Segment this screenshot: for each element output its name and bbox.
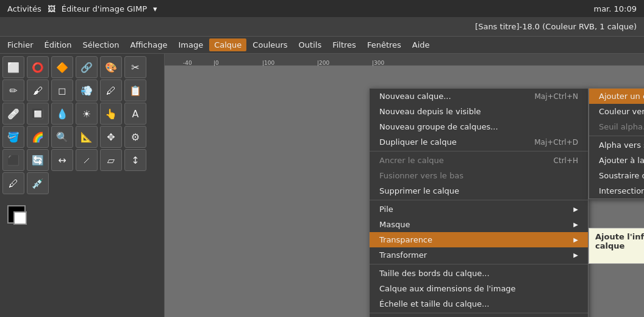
tool-align[interactable]: ⚙ — [124, 126, 146, 148]
tool-blur[interactable]: 💧 — [51, 103, 73, 125]
tool-rect-select[interactable]: ⬜ — [2, 56, 24, 78]
tool-free-select[interactable]: 🔶 — [51, 56, 73, 78]
tool-dodge-burn[interactable]: ☀ — [76, 103, 98, 125]
tool-crop[interactable]: ⬛ — [2, 149, 24, 171]
menu-rogner-selection[interactable]: Rogner selon la sélection — [370, 315, 588, 317]
app-menu-arrow[interactable]: ▾ — [153, 4, 157, 13]
tool-paintbrush[interactable]: 🖌 — [27, 79, 49, 101]
tool-smudge[interactable]: 👆 — [100, 103, 122, 125]
tool-perspective-clone[interactable]: 🔲 — [27, 103, 49, 125]
menu-nouveau-groupe[interactable]: Nouveau groupe de calques... — [370, 119, 588, 134]
menu-masque[interactable]: Masque ▶ — [370, 217, 588, 232]
tool-scissors[interactable]: ✂ — [124, 56, 146, 78]
tool-by-color-select[interactable]: 🎨 — [100, 56, 122, 78]
system-bar: Activités 🖼 Éditeur d'image GIMP ▾ mar. … — [0, 0, 644, 17]
toolbox: ⬜ ⭕ 🔶 🔗 🎨 ✂ ✏ 🖌 ◻ 💨 🖊 📋 🩹 🔲 💧 ☀ 👆 A 🪣 🌈 … — [0, 54, 165, 317]
background-color[interactable] — [13, 211, 27, 225]
menu-selection[interactable]: Sélection — [77, 38, 124, 51]
menu-ajouter-selection[interactable]: Ajouter à la sélection — [589, 153, 644, 168]
menu-image[interactable]: Image — [173, 38, 208, 51]
separator-3 — [370, 264, 588, 264]
tool-move[interactable]: ✥ — [100, 126, 122, 148]
app-name-label: Éditeur d'image GIMP — [62, 4, 147, 13]
menu-fenetres[interactable]: Fenêtres — [362, 38, 406, 51]
menu-outils[interactable]: Outils — [294, 38, 327, 51]
menu-pile[interactable]: Pile ▶ — [370, 202, 588, 217]
clock-label: mar. 10:09 — [593, 4, 637, 13]
menu-aide[interactable]: Aide — [407, 38, 435, 51]
title-bar: [Sans titre]-18.0 (Couleur RVB, 1 calque… — [0, 17, 644, 37]
menu-transparence[interactable]: Transparence ▶ — [370, 232, 588, 247]
tool-scale[interactable]: ↔ — [51, 149, 73, 171]
menu-calque[interactable]: Calque — [209, 38, 246, 51]
color-swatch[interactable] — [7, 205, 32, 230]
menu-ancrer-calque[interactable]: Ancrer le calque Ctrl+H — [370, 153, 588, 168]
window-title: [Sans titre]-18.0 (Couleur RVB, 1 calque… — [475, 22, 637, 31]
menu-ajouter-canal-alpha[interactable]: Ajouter un canal alpha — [589, 89, 644, 104]
menu-bar: Fichier Édition Sélection Affichage Imag… — [0, 37, 644, 54]
ruler-mark-neg40: -40 — [183, 60, 192, 66]
ruler-mark-0: |0 — [213, 60, 219, 66]
gimp-icon: 🖼 — [48, 4, 55, 13]
main-area: ⬜ ⭕ 🔶 🔗 🎨 ✂ ✏ 🖌 ◻ 💨 🖊 📋 🩹 🔲 💧 ☀ 👆 A 🪣 🌈 … — [0, 54, 644, 317]
menu-edition[interactable]: Édition — [40, 38, 77, 51]
tool-ink[interactable]: 🖊 — [100, 79, 122, 101]
menu-transformer[interactable]: Transformer ▶ — [370, 247, 588, 263]
tool-zoom[interactable]: 🔍 — [51, 126, 73, 148]
ruler-marks: -40 |0 |100 |200 |300 — [177, 54, 644, 66]
tool-grid: ⬜ ⭕ 🔶 🔗 🎨 ✂ ✏ 🖌 ◻ 💨 🖊 📋 🩹 🔲 💧 ☀ 👆 A 🪣 🌈 … — [2, 56, 162, 194]
menu-nouveau-depuis-visible[interactable]: Nouveau depuis le visible — [370, 104, 588, 119]
canvas-area: -40 |0 |100 |200 |300 ↓ Nouveau calque..… — [165, 54, 644, 317]
ruler-top: -40 |0 |100 |200 |300 — [165, 54, 644, 66]
separator-5 — [589, 136, 644, 136]
tool-rotate[interactable]: 🔄 — [27, 149, 49, 171]
separator-2 — [370, 200, 588, 200]
tool-flip[interactable]: ↕ — [124, 149, 146, 171]
separator-1 — [370, 151, 588, 151]
tool-blend[interactable]: 🌈 — [27, 126, 49, 148]
calque-menu[interactable]: Nouveau calque... Maj+Ctrl+N Nouveau dep… — [369, 88, 589, 317]
tooltip-hint-text: Appuyez sur F1 pour obtenir de l'aide — [595, 252, 644, 260]
tool-perspective[interactable]: ▱ — [100, 149, 122, 171]
tool-eraser[interactable]: ◻ — [51, 79, 73, 101]
tool-clone[interactable]: 📋 — [124, 79, 146, 101]
menu-fusionner-bas[interactable]: Fusionner vers le bas — [370, 168, 588, 183]
tool-heal[interactable]: 🩹 — [2, 103, 24, 125]
menu-seuil-alpha[interactable]: Seuil alpha... — [589, 119, 644, 134]
menu-affichage[interactable]: Affichage — [125, 38, 172, 51]
tool-text[interactable]: A — [124, 103, 146, 125]
menu-intersection-selection[interactable]: Intersection avec la sélection — [589, 183, 644, 199]
menu-filtres[interactable]: Filtres — [327, 38, 361, 51]
tooltip-main-text: Ajoute l'information de transparence au … — [595, 232, 644, 250]
ruler-mark-200: |200 — [317, 60, 329, 66]
separator-4 — [370, 313, 588, 313]
ruler-mark-100: |100 — [262, 60, 274, 66]
ruler-mark-300: |300 — [372, 60, 384, 66]
tool-ellipse-select[interactable]: ⭕ — [27, 56, 49, 78]
tool-fuzzy-select[interactable]: 🔗 — [76, 56, 98, 78]
menu-soustraire-selection[interactable]: Soustraire de la sélection — [589, 168, 644, 183]
menu-taille-bords[interactable]: Taille des bords du calque... — [370, 266, 588, 281]
menu-alpha-vers-selection[interactable]: Alpha vers sélection — [589, 137, 644, 153]
tool-airbrush[interactable]: 💨 — [76, 79, 98, 101]
tool-bucket-fill[interactable]: 🪣 — [2, 126, 24, 148]
menu-supprimer-calque[interactable]: Supprimer le calque — [370, 183, 588, 199]
activities-label[interactable]: Activités — [7, 4, 41, 13]
tool-pencil[interactable]: ✏ — [2, 79, 24, 101]
tool-shear[interactable]: ⟋ — [76, 149, 98, 171]
menu-echelle-taille[interactable]: Échelle et taille du calque... — [370, 296, 588, 312]
tooltip-box: Ajoute l'information de transparence au … — [589, 228, 644, 264]
menu-fichier[interactable]: Fichier — [2, 38, 38, 51]
menu-calque-dimensions-image[interactable]: Calque aux dimensions de l'image — [370, 281, 588, 296]
transparence-menu[interactable]: Ajouter un canal alpha Couleur vers alph… — [589, 88, 644, 199]
tool-measure[interactable]: 📐 — [76, 126, 98, 148]
tool-path[interactable]: 🖊 — [2, 172, 24, 194]
menu-nouveau-calque[interactable]: Nouveau calque... Maj+Ctrl+N — [370, 89, 588, 104]
menu-dupliquer-calque[interactable]: Dupliquer le calque Maj+Ctrl+D — [370, 134, 588, 150]
menu-couleur-vers-alpha[interactable]: Couleur vers alpha... — [589, 104, 644, 119]
tool-colorpicker[interactable]: 💉 — [27, 172, 49, 194]
menu-couleurs[interactable]: Couleurs — [248, 38, 292, 51]
